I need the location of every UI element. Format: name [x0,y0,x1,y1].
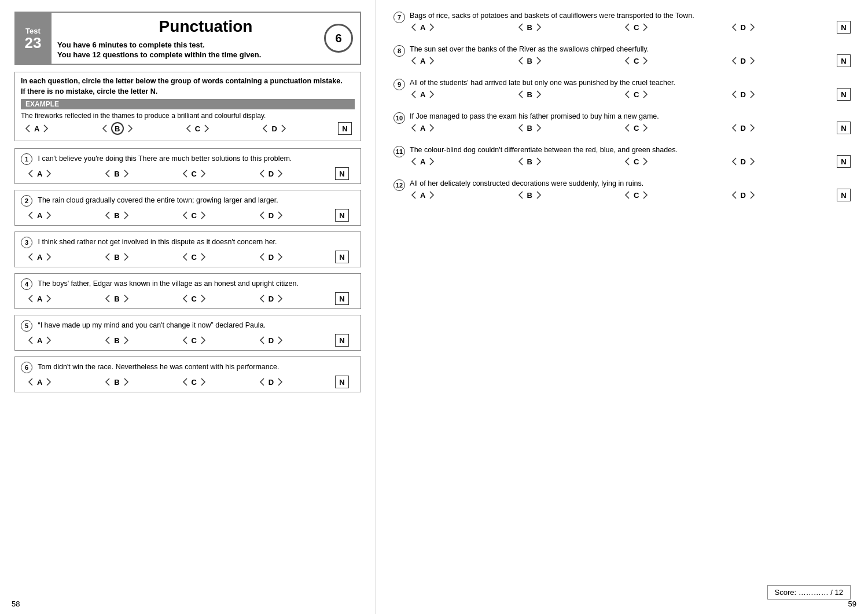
test-label: Test 23 [16,13,50,64]
question-12: 12 All of her delicately constructed dec… [393,179,851,204]
letter-b-circled[interactable]: B [111,122,124,135]
q3-letter-b[interactable]: B [114,253,119,262]
letter-a[interactable]: A [34,124,39,133]
q2-letter-d[interactable]: D [269,211,274,220]
letter-c[interactable]: C [195,124,200,133]
timer-number: 6 [335,32,341,45]
sub-instruction: If there is no mistake, circle the lette… [21,87,355,95]
q9-d: D [730,90,756,99]
q2-letter-b[interactable]: B [114,211,119,220]
q9-letter-c[interactable]: C [634,90,639,99]
q12-letter-b[interactable]: B [527,191,532,200]
question-7: 7 Bags of rice, sacks of potatoes and ba… [393,12,851,36]
questions-container-right: 7 Bags of rice, sacks of potatoes and ba… [393,12,851,204]
q12-letter-a[interactable]: A [420,191,425,200]
q1-answer-row: A B C D N [21,167,355,180]
q1-number: 1 [21,153,32,165]
q11-letter-b[interactable]: B [527,157,532,166]
q10-d: D [730,123,756,133]
letter-d[interactable]: D [271,124,277,133]
q6-letter-a[interactable]: A [37,378,42,387]
q10-number: 10 [393,112,405,124]
score-label: Score: ………… / 12 [775,588,843,597]
page-number-right: 59 [848,600,856,608]
q9-letter-b[interactable]: B [527,90,532,99]
q6-letter-c[interactable]: C [192,378,197,387]
q1-c: C [181,169,207,178]
q10-letter-b[interactable]: B [527,124,532,133]
q11-letter-c[interactable]: C [634,157,639,166]
q10-letter-d[interactable]: D [741,124,746,133]
q1-bracket-left-a [27,169,35,178]
q12-number: 12 [393,179,405,191]
q11-letter-d[interactable]: D [741,157,746,166]
q7-letter-b[interactable]: B [527,23,532,32]
q3-letter-c[interactable]: C [192,253,197,262]
q11-a: A [410,157,436,166]
q5-d: D [258,336,284,345]
q4-a: A [27,294,53,303]
q8-letter-d[interactable]: D [741,57,746,65]
q12-n-box[interactable]: N [837,189,851,201]
example-header: EXAMPLE [21,99,355,109]
q10-b: B [517,123,543,133]
q5-letter-c[interactable]: C [192,336,197,345]
q6-letter-d[interactable]: D [269,378,274,387]
q11-n-box[interactable]: N [837,155,851,168]
q8-letter-c[interactable]: C [634,57,639,65]
q1-letter-a[interactable]: A [37,170,42,178]
q9-letter-a[interactable]: A [420,90,425,99]
question-4: 4 The boys' father, Edgar was known in t… [14,273,361,309]
q1-bracket-left-c [181,169,189,178]
q5-n-box[interactable]: N [335,334,349,347]
q3-letter-a[interactable]: A [37,253,42,262]
q7-letter-c[interactable]: C [634,23,639,32]
q1-n-box[interactable]: N [335,167,349,180]
q4-letter-a[interactable]: A [37,295,42,303]
q10-letter-a[interactable]: A [420,124,425,133]
q4-letter-b[interactable]: B [114,295,119,303]
n-box-example[interactable]: N [338,122,352,135]
q6-n-box[interactable]: N [335,376,349,388]
q5-letter-d[interactable]: D [269,336,274,345]
q8-letter-b[interactable]: B [527,57,532,65]
q2-letter-c[interactable]: C [192,211,197,220]
q2-letter-a[interactable]: A [37,211,42,220]
q7-letter-d[interactable]: D [741,23,746,32]
q9-letter-d[interactable]: D [741,90,746,99]
q7-c: C [623,23,649,32]
q2-n-box[interactable]: N [335,209,349,222]
q10-letter-c[interactable]: C [634,124,639,133]
q11-letter-a[interactable]: A [420,157,425,166]
q10-n-box[interactable]: N [837,122,851,134]
q7-letter-a[interactable]: A [420,23,425,32]
q2-bl-b [104,211,112,220]
q8-n-box[interactable]: N [837,54,851,67]
q6-letter-b[interactable]: B [114,378,119,387]
q4-letter-d[interactable]: D [269,295,274,303]
q3-letter-d[interactable]: D [269,253,274,262]
q9-n-box[interactable]: N [837,88,851,101]
q12-letter-d[interactable]: D [741,191,746,200]
q3-n-box[interactable]: N [335,251,349,263]
q8-answer-row: A B C D N [393,54,851,67]
q1-letter-d[interactable]: D [269,170,274,178]
q2-br-c [199,211,207,220]
q4-letter-c[interactable]: C [192,295,197,303]
q5-letter-b[interactable]: B [114,336,119,345]
q4-n-box[interactable]: N [335,292,349,305]
q7-a: A [410,23,436,32]
q1-letter-b[interactable]: B [114,170,119,178]
q8-letter-a[interactable]: A [420,57,425,65]
bracket-right-c [203,124,211,133]
q7-n-box[interactable]: N [837,21,851,34]
bracket-left-c [185,124,193,133]
q12-letter-c[interactable]: C [634,191,639,200]
bracket-left-a [24,124,32,133]
q1-letter-c[interactable]: C [192,170,197,178]
q12-c: C [623,190,649,200]
q1-bracket-left-b [104,169,112,178]
question-11-text: 11 The colour-blind dog couldn't differe… [393,146,851,154]
questions-container-left: 1 I can't believe you're doing this Ther… [14,148,361,392]
q5-letter-a[interactable]: A [37,336,42,345]
